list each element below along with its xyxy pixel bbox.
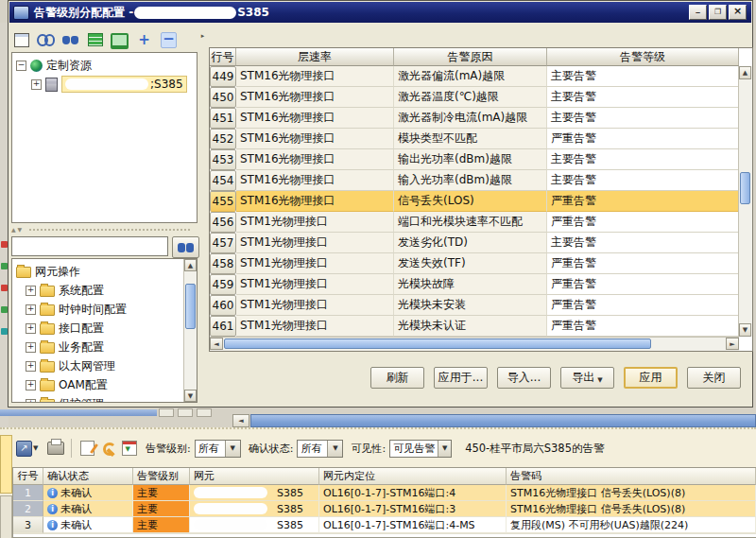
vertical-splitter[interactable]: ▸ bbox=[198, 32, 207, 406]
expand-expander[interactable] bbox=[26, 323, 36, 334]
printer-icon[interactable] bbox=[46, 440, 64, 457]
edit-note-icon[interactable] bbox=[78, 440, 96, 457]
splitter-down-icon[interactable]: ▼ bbox=[18, 226, 23, 233]
column-header[interactable]: 行号 bbox=[210, 48, 236, 66]
column-header[interactable]: 网元内定位 bbox=[319, 468, 507, 485]
chevron-down-icon[interactable]: ▼ bbox=[438, 441, 451, 457]
side-tab[interactable] bbox=[0, 495, 12, 538]
search-input[interactable] bbox=[11, 236, 168, 256]
plus-icon[interactable]: + bbox=[135, 31, 153, 48]
chevron-down-icon[interactable]: ▼ bbox=[327, 441, 342, 457]
binoculars-icon[interactable] bbox=[61, 31, 79, 48]
splitter-up-icon[interactable]: ▲ bbox=[11, 226, 16, 233]
collapse-expander[interactable] bbox=[16, 61, 26, 71]
row-number-cell[interactable]: 449 bbox=[210, 66, 236, 87]
apply-to-button[interactable]: 应用于... bbox=[434, 367, 488, 389]
terminal-icon[interactable] bbox=[111, 31, 129, 48]
column-header[interactable]: 告警原因 bbox=[394, 48, 547, 66]
alarm-level-cell[interactable]: 严重告警 bbox=[547, 253, 739, 274]
table-row[interactable]: 450 STM16光物理接口 激光器温度(℃)越限 主要告警 bbox=[210, 87, 739, 108]
tree-item[interactable]: 系统配置 bbox=[12, 281, 197, 300]
titlebar[interactable]: 告警级别分配配置 - S385 bbox=[9, 2, 751, 23]
list-icon[interactable] bbox=[86, 31, 104, 48]
dropdown-caret-icon[interactable] bbox=[33, 444, 42, 452]
row-number-cell[interactable]: 454 bbox=[210, 170, 236, 191]
table-row[interactable]: 453 STM16光物理接口 输出光功率(dBm)越限 主要告警 bbox=[210, 149, 739, 170]
scroll-up-icon[interactable] bbox=[184, 259, 197, 271]
scroll-right-icon[interactable] bbox=[726, 338, 739, 350]
expand-expander[interactable] bbox=[26, 342, 36, 353]
close-button[interactable]: 关闭 bbox=[687, 367, 741, 389]
table-row[interactable]: 456 STM1光物理接口 端口和光模块速率不匹配 严重告警 bbox=[210, 212, 739, 233]
chevron-down-icon[interactable]: ▼ bbox=[225, 441, 240, 457]
tree-item[interactable]: 业务配置 bbox=[12, 338, 197, 356]
horizontal-splitter[interactable]: ▲ ▼ bbox=[11, 225, 198, 234]
scrollbar-thumb[interactable] bbox=[740, 172, 750, 204]
row-number-cell[interactable]: 457 bbox=[210, 233, 236, 253]
close-icon[interactable] bbox=[729, 5, 747, 20]
scroll-down-icon[interactable] bbox=[739, 323, 751, 337]
import-button[interactable]: 导入... bbox=[497, 367, 551, 389]
selected-tree-node[interactable]: ;S385 bbox=[61, 76, 187, 93]
tree-item[interactable]: 时钟时间配置 bbox=[12, 300, 197, 319]
minimize-button[interactable] bbox=[689, 5, 707, 20]
scroll-left-button[interactable] bbox=[232, 414, 249, 427]
restore-button[interactable] bbox=[709, 5, 727, 20]
row-number-cell[interactable]: 460 bbox=[210, 295, 236, 316]
wrench-icon[interactable] bbox=[99, 440, 117, 457]
tree-item-custom-resource[interactable]: 定制资源 bbox=[12, 56, 197, 75]
table-row[interactable]: 460 STM1光物理接口 光模块未安装 严重告警 bbox=[210, 295, 739, 316]
minus-icon[interactable]: − bbox=[160, 31, 178, 48]
alarm-level-cell[interactable]: 严重告警 bbox=[547, 129, 739, 149]
alarm-level-cell[interactable]: 严重告警 bbox=[547, 191, 739, 212]
export-icon[interactable] bbox=[15, 440, 33, 457]
column-header[interactable]: 层速率 bbox=[236, 48, 394, 66]
expand-expander[interactable] bbox=[31, 79, 42, 90]
alarm-level-cell[interactable]: 严重告警 bbox=[547, 212, 739, 233]
find-button[interactable] bbox=[172, 236, 199, 258]
scroll-left-icon[interactable] bbox=[210, 338, 223, 350]
table-row[interactable]: 1 未确认 主要 S385 OL16[0-1-7]-STM16端口:4 STM1… bbox=[13, 485, 756, 501]
table-row[interactable]: 452 STM16光物理接口 模块类型不匹配 严重告警 bbox=[210, 129, 739, 149]
expand-expander[interactable] bbox=[26, 286, 36, 296]
row-number-cell[interactable]: 453 bbox=[210, 149, 236, 170]
apply-button[interactable]: 应用 bbox=[624, 367, 678, 389]
table-row[interactable]: 458 STM1光物理接口 发送失效(TF) 严重告警 bbox=[210, 253, 739, 274]
row-number-cell[interactable]: 455 bbox=[210, 191, 236, 212]
column-header[interactable]: 告警等级 bbox=[547, 48, 739, 66]
tree-item-ne-ops-root[interactable]: 网元操作 bbox=[12, 262, 197, 281]
scrollbar-thumb[interactable] bbox=[185, 284, 196, 329]
expand-expander[interactable] bbox=[26, 399, 36, 404]
alarm-level-cell[interactable]: 严重告警 bbox=[547, 295, 739, 316]
row-number-cell[interactable]: 459 bbox=[210, 274, 236, 295]
refresh-button[interactable]: 刷新 bbox=[370, 367, 424, 389]
table-vscrollbar[interactable] bbox=[738, 66, 752, 337]
alarm-level-cell[interactable]: 主要告警 bbox=[547, 66, 739, 87]
row-number-cell[interactable]: 456 bbox=[210, 212, 236, 233]
row-number-cell[interactable]: 452 bbox=[210, 129, 236, 149]
refresh-icon[interactable] bbox=[120, 440, 138, 457]
column-header[interactable]: 确认状态 bbox=[43, 468, 133, 485]
scroll-down-icon[interactable] bbox=[184, 390, 197, 402]
alarm-level-cell[interactable]: 主要告警 bbox=[547, 87, 739, 108]
tree-item[interactable]: 接口配置 bbox=[12, 319, 197, 338]
alarm-level-cell[interactable]: 严重告警 bbox=[547, 316, 739, 337]
alarm-level-select[interactable]: 所有 ▼ bbox=[195, 440, 241, 458]
link-icon[interactable] bbox=[37, 31, 55, 48]
table-row[interactable]: 449 STM16光物理接口 激光器偏流(mA)越限 主要告警 bbox=[210, 66, 739, 87]
export-button[interactable]: 导出 bbox=[560, 367, 614, 389]
tree-item[interactable]: 保护管理 bbox=[12, 394, 197, 403]
ack-state-select[interactable]: 所有 ▼ bbox=[297, 440, 343, 458]
side-tab-active[interactable] bbox=[0, 435, 12, 494]
alarm-level-cell[interactable]: 主要告警 bbox=[547, 149, 739, 170]
column-header[interactable]: 告警级别 bbox=[133, 468, 190, 485]
table-row[interactable]: 461 STM1光物理接口 光模块未认证 严重告警 bbox=[210, 316, 739, 337]
row-number-cell[interactable]: 451 bbox=[210, 108, 236, 129]
alarm-level-cell[interactable]: 主要告警 bbox=[547, 108, 739, 129]
row-number-cell[interactable]: 461 bbox=[210, 316, 236, 337]
splitter-collapse-icon[interactable]: ▸ bbox=[201, 32, 205, 40]
table-row[interactable]: 457 STM1光物理接口 发送劣化(TD) 主要告警 bbox=[210, 233, 739, 253]
table-row[interactable]: 3 未确认 主要 S385 OL16[0-1-7]-STM16端口:4-MS 复… bbox=[13, 517, 756, 533]
scrollbar-thumb[interactable] bbox=[224, 338, 651, 349]
column-header[interactable]: 告警码 bbox=[507, 468, 756, 485]
